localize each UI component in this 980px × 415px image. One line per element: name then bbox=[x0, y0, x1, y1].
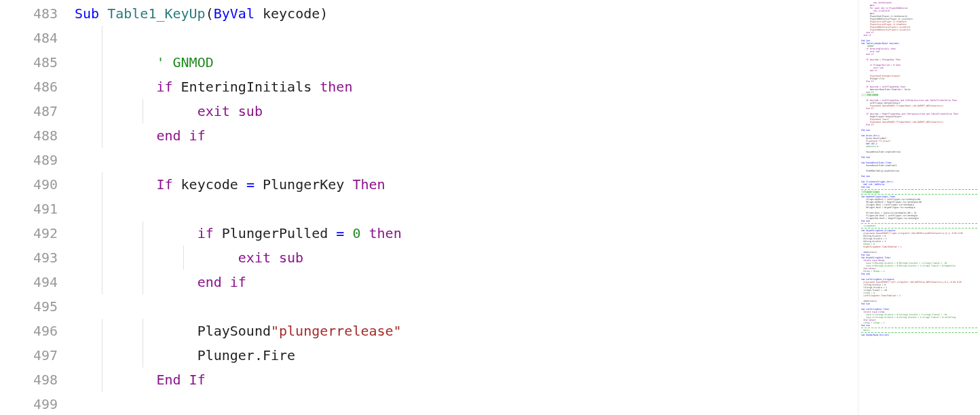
code-line[interactable] bbox=[75, 294, 858, 319]
minimap-line: End Sub bbox=[861, 324, 977, 327]
code-line[interactable]: Plunger.Fire bbox=[75, 343, 858, 368]
token: keycode bbox=[173, 176, 246, 193]
token: if bbox=[156, 79, 172, 95]
token: ' GNMOD bbox=[156, 54, 213, 71]
token: Table1_KeyUp bbox=[107, 5, 206, 22]
token bbox=[360, 225, 369, 241]
code-line[interactable]: Sub Table1_KeyUp(ByVal keycode) bbox=[75, 1, 858, 26]
code-line[interactable]: ' GNMOD bbox=[75, 50, 858, 75]
token: If bbox=[156, 176, 172, 193]
minimap-line: Sub RubberBand_Hit(idx) bbox=[861, 334, 977, 336]
token: if bbox=[197, 225, 214, 241]
token: ( bbox=[206, 5, 214, 22]
code-line[interactable]: If keycode = PlungerKey Then bbox=[75, 172, 858, 197]
editor-area[interactable]: 4834844854864874884894904914924934944954… bbox=[0, 0, 858, 415]
line-number: 488 bbox=[0, 123, 58, 148]
minimap-line: End Sub bbox=[861, 220, 977, 222]
token: EnteringInitials bbox=[173, 79, 320, 95]
token: exit sub bbox=[238, 250, 303, 266]
code-line[interactable]: if PlungerPulled = 0 then bbox=[75, 221, 858, 245]
line-number-gutter: 4834844854864874884894904914924934944954… bbox=[0, 0, 75, 415]
line-number: 487 bbox=[0, 99, 58, 123]
token: = bbox=[336, 225, 344, 241]
token: PlungerPulled bbox=[214, 225, 337, 241]
token: PlaySound bbox=[197, 323, 271, 339]
token bbox=[99, 5, 107, 22]
line-number: 498 bbox=[0, 368, 58, 392]
token: exit sub bbox=[197, 103, 263, 119]
line-number: 495 bbox=[0, 294, 58, 319]
token: 0 bbox=[352, 225, 360, 241]
token: End If bbox=[156, 372, 205, 388]
code-line[interactable]: PlaySound"plungerrelease" bbox=[75, 319, 858, 343]
token: Plunger.Fire bbox=[197, 347, 296, 363]
minimap-line: End Sub bbox=[861, 186, 977, 189]
line-number: 494 bbox=[0, 270, 58, 294]
code-line[interactable] bbox=[75, 197, 858, 221]
minimap[interactable]: obj.SetValue(0) Next For each obj in Pla… bbox=[858, 0, 980, 415]
token: ) bbox=[320, 5, 328, 22]
code-line[interactable] bbox=[75, 392, 858, 415]
token: Sub bbox=[75, 5, 99, 22]
line-number: 484 bbox=[0, 26, 58, 50]
line-number: 486 bbox=[0, 75, 58, 99]
token: = bbox=[246, 176, 255, 193]
line-number: 491 bbox=[0, 197, 58, 221]
token: Then bbox=[352, 176, 385, 193]
line-number: 485 bbox=[0, 50, 58, 75]
minimap-line: ' Balls bbox=[861, 329, 977, 332]
token: "plungerrelease" bbox=[271, 323, 402, 339]
minimap-line: ' slingshots bbox=[861, 224, 977, 227]
token: then bbox=[320, 79, 352, 95]
code-line[interactable]: end if bbox=[75, 123, 858, 148]
code-line[interactable] bbox=[75, 26, 858, 50]
line-number: 496 bbox=[0, 319, 58, 343]
code-line[interactable] bbox=[75, 148, 858, 172]
line-number: 492 bbox=[0, 221, 58, 245]
line-number: 489 bbox=[0, 148, 58, 172]
line-number: 493 bbox=[0, 245, 58, 270]
token: end if bbox=[197, 274, 246, 290]
code-line[interactable]: if EnteringInitials then bbox=[75, 75, 858, 99]
token: ByVal bbox=[214, 5, 255, 22]
minimap-line: ' Flipper Logos bbox=[861, 191, 977, 193]
code-line[interactable]: exit sub bbox=[75, 245, 858, 270]
token: PlungerKey bbox=[255, 176, 353, 193]
line-number: 497 bbox=[0, 343, 58, 368]
code-content[interactable]: Sub Table1_KeyUp(ByVal keycode) ' GNMOD … bbox=[75, 0, 858, 415]
code-line[interactable]: exit sub bbox=[75, 99, 858, 123]
token: then bbox=[369, 225, 402, 241]
line-number: 499 bbox=[0, 392, 58, 415]
token: keycode bbox=[255, 5, 320, 22]
code-line[interactable]: end if bbox=[75, 270, 858, 294]
token bbox=[344, 225, 352, 241]
line-number: 490 bbox=[0, 172, 58, 197]
line-number: 483 bbox=[0, 1, 58, 26]
code-line[interactable]: End If bbox=[75, 368, 858, 392]
token: end if bbox=[156, 127, 205, 144]
